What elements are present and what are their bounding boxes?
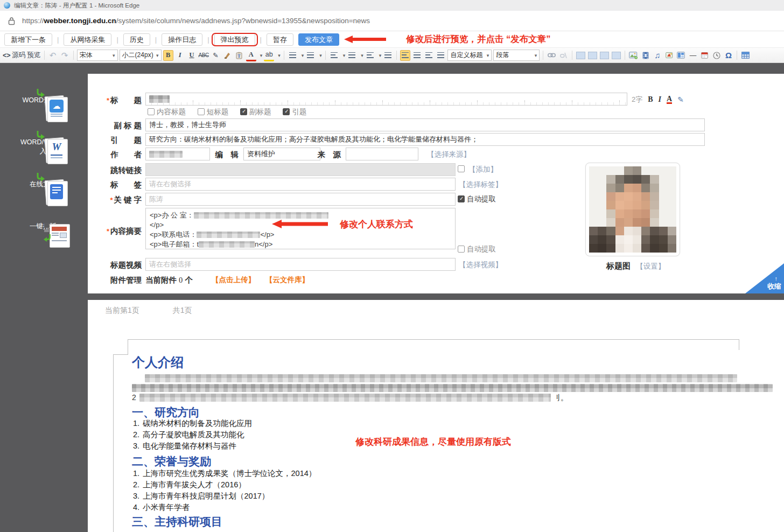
chevron-down-icon[interactable]: ▾ (278, 53, 281, 58)
cloud-library-link[interactable]: 【云文件库】 (265, 275, 309, 285)
letter-spacing-button[interactable] (365, 50, 375, 61)
pinyin-icon[interactable]: ✎ (211, 50, 221, 61)
calendar-icon[interactable] (699, 50, 710, 61)
sidebar-item-online-doc[interactable]: 在线文档 (17, 180, 69, 189)
subtitle-input[interactable]: 博士，教授，博士生导师 (145, 118, 705, 131)
collapse-label[interactable]: 收缩 (767, 282, 781, 291)
chevron-down-icon[interactable]: ▾ (260, 53, 263, 58)
image-align-center-icon[interactable] (587, 50, 598, 61)
image-align-left-icon[interactable] (576, 50, 586, 61)
title-input[interactable] (145, 93, 627, 106)
bold-button[interactable]: B (163, 50, 173, 61)
list-item: 上海市青年拔尖人才（2016） (142, 479, 316, 491)
choose-source-link[interactable]: 【选择来源】 (427, 150, 471, 159)
align-center-button[interactable] (412, 50, 422, 61)
lead-input[interactable]: 研究方向：碳纳米材料的制备及功能化应用；高分子凝胶电解质及其功能化；电化学能量储… (145, 133, 705, 146)
title-image-thumbnail[interactable] (585, 163, 680, 256)
sidebar-item-word-wps-import[interactable]: W WORD/WPS导入 (17, 138, 69, 156)
link-icon[interactable] (547, 50, 557, 61)
highlight-color-button[interactable]: ab (264, 49, 274, 61)
keyword-auto-extract-checkbox[interactable] (458, 195, 465, 202)
short-title-checkbox[interactable] (198, 108, 205, 115)
title-pinyin-icon[interactable]: ✎ (677, 95, 684, 104)
preview-button[interactable]: 预览 (27, 50, 41, 61)
insert-table-icon[interactable] (740, 50, 751, 61)
special-char-icon[interactable]: Ω (723, 50, 733, 61)
toolbar-separator: | (155, 36, 157, 44)
chevron-down-icon[interactable]: ▾ (379, 53, 382, 58)
title-italic-button[interactable]: I (659, 95, 661, 104)
italic-button[interactable]: I (175, 50, 185, 61)
history-button[interactable]: 历史 (123, 33, 150, 46)
font-size-select[interactable]: 小二(24px)▾ (120, 50, 162, 61)
content-title-checkbox[interactable] (148, 108, 155, 115)
address-bar[interactable]: https://webber.tongji.edu.cn/system/site… (0, 11, 784, 31)
ordered-list-button[interactable] (288, 50, 298, 61)
summary-auto-extract-checkbox[interactable] (458, 246, 465, 253)
source-input[interactable] (346, 148, 418, 160)
title-format-tools: 2字 B I A ✎ (632, 95, 684, 104)
subtitle-checkbox[interactable] (240, 108, 247, 115)
chevron-down-icon[interactable]: ▾ (302, 53, 304, 58)
indent-button[interactable] (383, 50, 393, 61)
jump-link-input[interactable] (145, 163, 456, 176)
redo-icon[interactable]: ↷ (60, 50, 70, 61)
insert-flash-icon[interactable] (664, 50, 674, 61)
font-color-button[interactable]: A (246, 49, 256, 61)
image-align-right-icon[interactable] (599, 50, 610, 61)
choose-tag-link[interactable]: 【选择标签】 (459, 180, 502, 190)
jump-link-checkbox[interactable] (458, 165, 465, 172)
jump-link-label: 跳转链接 (88, 165, 142, 176)
save-draft-button[interactable]: 暂存 (267, 33, 293, 46)
insert-image-icon[interactable] (628, 50, 639, 61)
align-right-button[interactable] (424, 50, 434, 61)
new-next-button[interactable]: 新增下一条 (4, 33, 52, 46)
add-jump-link[interactable]: 【添加】 (468, 165, 498, 174)
censored-phone-value (197, 232, 260, 238)
underline-button[interactable]: U (187, 50, 197, 61)
article-body-preview[interactable]: 当前第1页共1页 个人介绍 2 刂。 一、研究方向 碳纳米材料的制备及功能化应用… (88, 300, 784, 532)
page-boundary-left-step (113, 354, 128, 355)
insert-video-icon[interactable] (640, 50, 650, 61)
bullet-list-button[interactable] (305, 50, 316, 61)
censored-paragraph-fragment: 2 (132, 393, 136, 402)
image-align-top-icon[interactable] (611, 50, 621, 61)
sidebar-item-auto-layout[interactable]: 一键排版 (17, 222, 69, 231)
horizontal-rule-icon[interactable]: — (688, 50, 698, 61)
lead-checkbox[interactable] (283, 108, 290, 115)
clock-icon[interactable] (711, 50, 722, 61)
chevron-down-icon[interactable]: ▾ (361, 53, 363, 58)
censored-paragraph-line (145, 374, 737, 382)
custom-heading-select[interactable]: 自定义标题▾ (447, 50, 492, 61)
chevron-down-icon[interactable]: ▾ (343, 53, 346, 58)
url-text[interactable]: https://webber.tongji.edu.cn/system/site… (22, 17, 370, 25)
paragraph-style-select[interactable]: 段落▾ (493, 50, 540, 61)
set-title-image-link[interactable]: 【设置】 (636, 262, 665, 270)
insert-columns-icon[interactable] (676, 50, 686, 61)
publish-button[interactable]: 发布文章 (298, 33, 339, 46)
upload-attachment-link[interactable]: 【点击上传】 (212, 275, 255, 285)
source-code-button[interactable]: 源码 (12, 50, 26, 61)
keyword-input[interactable]: 陈涛 (145, 193, 456, 206)
chevron-down-icon[interactable]: ▾ (319, 53, 322, 58)
title-color-button[interactable]: A (667, 95, 672, 104)
unlink-icon[interactable] (558, 50, 569, 61)
insert-music-icon[interactable]: ♫ (652, 50, 662, 61)
line-height-button[interactable] (329, 50, 339, 61)
operation-log-button[interactable]: 操作日志 (162, 33, 202, 46)
align-justify-button[interactable] (436, 50, 446, 61)
paragraph-spacing-button[interactable] (347, 50, 357, 61)
sidebar-item-word-cloud-import[interactable]: ☁ WORD云导入 (17, 96, 69, 105)
popup-preview-button[interactable]: 弹出预览 (214, 33, 255, 46)
web-collect-button[interactable]: 从网络采集 (64, 33, 111, 46)
choose-video-link[interactable]: 【选择视频】 (459, 260, 502, 270)
video-input[interactable]: 请在右侧选择 (145, 258, 456, 271)
align-left-button[interactable] (400, 50, 410, 61)
undo-icon[interactable]: ↶ (48, 50, 58, 61)
font-family-select[interactable]: 宋体▾ (77, 50, 118, 61)
title-bold-button[interactable]: B (648, 95, 653, 104)
paste-icon[interactable]: T (234, 50, 244, 61)
format-painter-icon[interactable] (222, 50, 233, 61)
tag-input[interactable]: 请在右侧选择 (145, 178, 456, 191)
strikethrough-button[interactable]: ABC (199, 50, 209, 61)
